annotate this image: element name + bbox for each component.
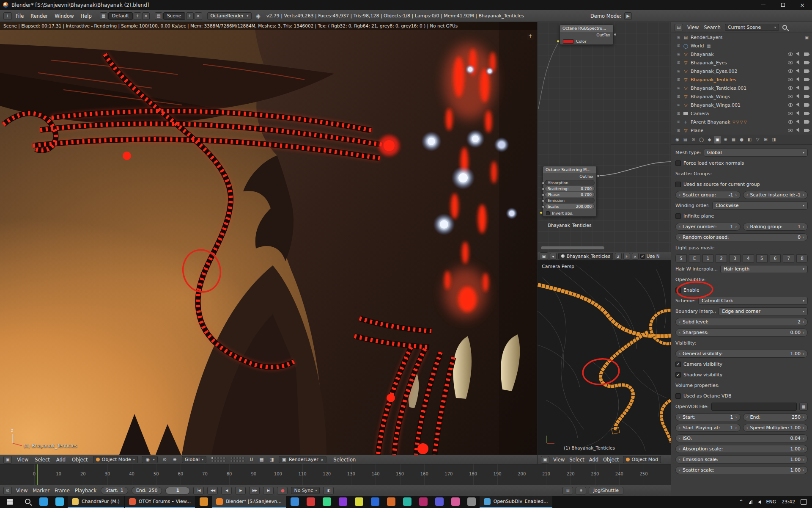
node-title[interactable]: Octane RGBSpectru... [560,25,613,32]
add-scene-button[interactable]: + [186,12,194,20]
jog-shuttle-button[interactable]: Jog/Shuttle [589,487,623,494]
used-as-octane-vdb-checkbox[interactable] [675,393,681,399]
app-icon[interactable] [383,496,399,508]
hide-icon[interactable] [788,61,793,64]
color-swatch[interactable] [563,39,574,44]
outliner-item-parent-bhayanak[interactable]: ⊞+PArent Bhayanak▽▽▽▽ [671,118,812,126]
jump-to-end-button[interactable]: ▶| [263,487,274,494]
absorption-field[interactable]: Absorption [545,180,595,185]
scene-field[interactable]: Scene [163,12,185,20]
app-icon[interactable] [464,496,480,508]
render-ogl-icon[interactable]: ◨ [269,456,275,463]
mode-select[interactable]: Object Mode▾ [93,456,138,463]
used-as-source-for-current-group-checkbox[interactable] [675,182,681,187]
timeline-ruler[interactable]: 0102030405060708090100110120130140150160… [0,464,671,485]
render-visibility-icon[interactable] [804,129,809,132]
browse-scene-icon[interactable]: ▤ [155,12,162,20]
expand-icon[interactable]: ⊞ [676,61,681,65]
remove-scene-button[interactable]: × [195,12,202,20]
output-socket[interactable] [597,174,600,177]
browse-layout-icon[interactable]: ▦ [100,12,107,20]
menu-file[interactable]: File [13,13,27,19]
input-socket[interactable] [540,211,543,214]
expand-icon[interactable]: ⊞ [676,44,681,48]
use-nodes-checkbox[interactable]: ✓ [640,254,645,259]
lightpass-button-4[interactable]: 4 [743,254,754,262]
mesh-type-select[interactable]: Global▾ [704,149,808,157]
hide-icon[interactable] [788,103,793,107]
properties-tab-icon[interactable]: ▣ [714,136,721,144]
menu-add[interactable]: Add [55,457,67,463]
frame-end-field[interactable]: End:250 [132,487,162,494]
menu-view[interactable]: View [16,457,30,463]
menu-view[interactable]: View [686,25,700,30]
lightpass-button-1[interactable]: 1 [702,254,714,262]
output-socket[interactable] [614,33,617,36]
app-icon[interactable] [447,496,464,508]
fake-user-button[interactable]: F [623,253,630,260]
selectable-icon[interactable] [796,60,801,65]
input-socket[interactable] [542,205,545,208]
search-icon[interactable] [782,25,787,30]
menu-help[interactable]: Help [78,13,95,19]
frame-start-field[interactable]: Start:1 [101,487,128,494]
render-visibility-icon[interactable] [804,120,809,124]
selectable-icon[interactable] [796,52,801,57]
expand-icon[interactable]: ⊞ [676,120,681,124]
record-button[interactable]: ● [277,487,288,494]
node-editor-icon[interactable]: ▣ [540,252,548,260]
input-socket[interactable] [542,182,545,185]
start-button[interactable] [0,496,19,508]
toolshelf-expand-icon[interactable]: + [527,33,534,40]
outliner-item-bhayanak-wings-001[interactable]: ⊞▽Bhayanak_Wings.001 [671,101,812,109]
app-icon[interactable] [287,496,303,508]
color-socket[interactable] [557,40,560,43]
menu-playback[interactable]: Playback [74,488,97,494]
render-visibility-icon[interactable] [804,103,809,107]
phase-slider[interactable]: Phase:0.700 [545,192,595,197]
app-icon[interactable] [399,496,415,508]
add-layout-button[interactable]: + [134,12,141,20]
app-icon[interactable] [319,496,335,508]
camera-visibility-checkbox[interactable]: ✓ [675,362,681,367]
app-icon[interactable] [415,496,431,508]
outliner-item-world[interactable]: ⊞◯World▦ [671,41,812,50]
demo-play-button[interactable]: ▶ [624,12,632,20]
render-visibility-icon[interactable] [804,95,809,98]
selectable-icon[interactable] [796,86,801,91]
pivot-point-icon[interactable]: ⊙ [162,456,168,463]
app-icon[interactable] [431,496,447,508]
play-button[interactable]: ▶ [235,487,246,494]
outliner-item-bhayanak[interactable]: ⊞▽Bhayanak [671,50,812,58]
outliner-filter-select[interactable]: Current Scene▾ [725,24,779,31]
render-engine-select[interactable]: OctaneRender▾ [207,12,252,20]
lightpass-button-s[interactable]: S [675,254,687,262]
outliner-item-camera[interactable]: ⊞Camera [671,109,812,118]
menu-selection[interactable]: Selection [330,457,359,463]
input-socket[interactable] [542,188,545,190]
outliner-editor-icon[interactable]: ▤ [675,24,683,31]
outliner-item-bhayanak-tenticles-001[interactable]: ⊞▽Bhayanak_Tenticles.001 [671,84,812,92]
prev-keyframe-button[interactable]: ◀◀ [207,487,218,494]
menu-add[interactable]: Add [588,457,599,463]
language-indicator[interactable]: ENG [766,499,776,505]
render-visibility-icon[interactable] [804,61,809,64]
winding-order-select[interactable]: Clockwise▾ [712,202,808,210]
jump-to-start-button[interactable]: |◀ [193,487,204,494]
render-visibility-icon[interactable] [804,52,809,56]
properties-tab-icon[interactable]: ▦ [730,136,737,144]
hide-icon[interactable] [788,112,793,115]
input-socket[interactable] [542,199,545,202]
render-visibility-icon[interactable] [804,112,809,115]
lightpass-button-3[interactable]: 3 [729,254,741,262]
taskbar-opensubdiv[interactable]: OpenSubDiv_Enabled... [480,496,552,508]
clock[interactable]: 23:42 [782,499,795,505]
menu-marker[interactable]: Marker [32,488,50,494]
outliner-item-bhayanak-wings[interactable]: ⊞▽Bhayanak_Wings [671,92,812,101]
properties-tab-icon[interactable]: ▽ [754,136,761,144]
sync-mode-select[interactable]: No Sync▾ [291,487,320,494]
edge-icon[interactable] [36,496,52,508]
insert-keyframe-icon[interactable]: ⊕ [576,487,586,494]
unlink-material-button[interactable]: × [632,253,639,260]
properties-tab-icon[interactable]: ◯ [698,136,705,144]
